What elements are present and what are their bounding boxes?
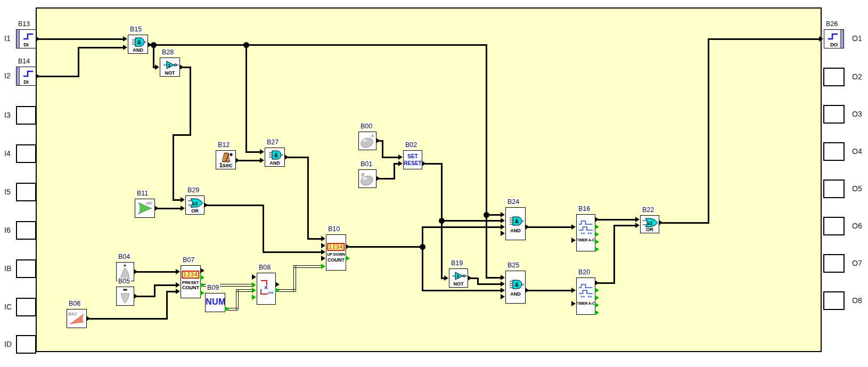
connector-arrow[interactable] — [346, 244, 350, 249]
wire-segment[interactable] — [441, 163, 443, 222]
connector-arrow[interactable] — [86, 316, 91, 321]
connector-arrow[interactable] — [181, 197, 185, 202]
wire-segment[interactable] — [245, 151, 262, 153]
connector-arrow[interactable] — [36, 36, 40, 42]
connector-arrow[interactable] — [571, 288, 576, 293]
connector-arrow[interactable] — [154, 206, 159, 211]
wire-segment[interactable] — [39, 38, 125, 40]
analog-connector-arrow[interactable] — [252, 295, 256, 300]
analog-connector-arrow[interactable] — [252, 288, 256, 293]
connector-arrow[interactable] — [501, 288, 505, 293]
wire-segment[interactable] — [173, 134, 191, 136]
connector-arrow[interactable] — [635, 223, 640, 228]
wire-segment[interactable] — [613, 225, 615, 284]
wire-segment[interactable] — [89, 318, 168, 320]
connector-arrow[interactable] — [501, 224, 505, 230]
wire-segment[interactable] — [263, 251, 323, 253]
connector-arrow[interactable] — [275, 282, 280, 287]
connector-arrow[interactable] — [501, 275, 505, 280]
connector-arrow[interactable] — [525, 288, 529, 293]
wire-segment[interactable] — [708, 38, 709, 224]
analog-connector-arrow[interactable] — [200, 275, 204, 280]
connector-arrow[interactable] — [204, 202, 208, 208]
block-b00-egg[interactable]: A — [358, 132, 376, 150]
connector-arrow[interactable] — [501, 294, 505, 299]
block-b14-di[interactable]: DI — [16, 67, 36, 86]
wire-segment[interactable] — [394, 163, 395, 180]
wire-segment[interactable] — [441, 220, 503, 222]
connector-arrow[interactable] — [659, 220, 663, 225]
connector-arrow[interactable] — [181, 206, 185, 211]
wire-segment[interactable] — [158, 208, 183, 209]
connector-arrow[interactable] — [571, 238, 576, 243]
analog-connector-arrow[interactable] — [321, 264, 325, 269]
connector-arrow[interactable] — [321, 249, 325, 255]
connector-arrow[interactable] — [376, 138, 380, 143]
block-b08-math[interactable]: × ÷= — [257, 273, 276, 305]
wire-segment[interactable] — [382, 140, 383, 158]
wire-segment[interactable] — [154, 284, 155, 297]
wire-segment[interactable] — [486, 214, 487, 279]
analog-connector-arrow[interactable] — [595, 303, 599, 308]
wire-segment[interactable] — [425, 163, 443, 165]
block-b20-timer[interactable]: TIMER A-C — [576, 278, 595, 315]
analog-connector-arrow[interactable] — [595, 310, 599, 315]
analog-wire-segment[interactable] — [293, 265, 296, 291]
input-terminal-i6[interactable] — [16, 221, 36, 240]
connector-arrow[interactable] — [200, 268, 204, 273]
connector-arrow[interactable] — [321, 236, 325, 241]
output-terminal-o5[interactable] — [823, 180, 845, 198]
connector-arrow[interactable] — [176, 282, 180, 288]
block-b09-num[interactable]: NUM — [205, 293, 225, 312]
connector-arrow[interactable] — [176, 269, 180, 274]
block-b05-key_down[interactable] — [116, 287, 134, 306]
connector-arrow[interactable] — [176, 289, 180, 294]
connector-arrow[interactable] — [571, 224, 576, 230]
connector-arrow[interactable] — [635, 217, 640, 222]
analog-connector-arrow[interactable] — [225, 306, 229, 312]
wire-segment[interactable] — [307, 157, 309, 240]
connector-arrow[interactable] — [398, 161, 403, 166]
connector-arrow[interactable] — [321, 256, 325, 261]
input-terminal-i4[interactable] — [16, 144, 36, 163]
connector-arrow[interactable] — [501, 218, 505, 223]
block-b26-do[interactable]: DO — [824, 29, 844, 48]
analog-connector-arrow[interactable] — [595, 295, 599, 300]
wire-segment[interactable] — [477, 283, 503, 285]
wire-segment[interactable] — [245, 44, 247, 153]
block-b19-not[interactable]: 1 NOT — [449, 268, 468, 288]
wire-segment[interactable] — [78, 47, 79, 77]
wire-segment[interactable] — [166, 291, 168, 320]
wire-segment[interactable] — [173, 134, 174, 201]
wire-segment[interactable] — [598, 282, 615, 284]
wire-segment[interactable] — [151, 44, 487, 46]
input-terminal-ic[interactable] — [16, 298, 36, 316]
connector-arrow[interactable] — [444, 275, 448, 281]
connector-arrow[interactable] — [260, 149, 264, 154]
connector-arrow[interactable] — [595, 280, 599, 286]
wire-segment[interactable] — [708, 38, 821, 40]
connector-arrow[interactable] — [123, 45, 127, 50]
analog-connector-arrow[interactable] — [275, 288, 280, 293]
wire-segment[interactable] — [382, 157, 400, 158]
input-terminal-ib[interactable] — [16, 259, 36, 278]
block-b07-counter[interactable]: 1234 PRESET COUNT — [181, 265, 201, 298]
connector-arrow[interactable] — [321, 243, 325, 248]
block-b02-setreset[interactable]: SETRESET — [403, 150, 422, 169]
analog-connector-arrow[interactable] — [346, 256, 350, 261]
block-b29-or[interactable]: ≥1 OR — [185, 195, 204, 215]
output-terminal-o6[interactable] — [823, 217, 845, 235]
wire-segment[interactable] — [190, 67, 191, 136]
wire-segment[interactable] — [422, 226, 503, 228]
connector-arrow[interactable] — [468, 275, 472, 281]
wire-segment[interactable] — [598, 219, 637, 221]
output-terminal-o7[interactable] — [823, 254, 845, 273]
output-terminal-o3[interactable] — [823, 105, 845, 124]
block-b13-di[interactable]: DI — [16, 29, 36, 48]
block-b16-timer[interactable]: TIMER A-C — [576, 214, 595, 251]
wire-segment[interactable] — [422, 246, 423, 291]
connector-arrow[interactable] — [501, 212, 505, 217]
analog-wire-segment[interactable] — [236, 289, 254, 292]
connector-arrow[interactable] — [155, 64, 159, 70]
block-b25-and4[interactable]: &AND — [505, 271, 526, 304]
